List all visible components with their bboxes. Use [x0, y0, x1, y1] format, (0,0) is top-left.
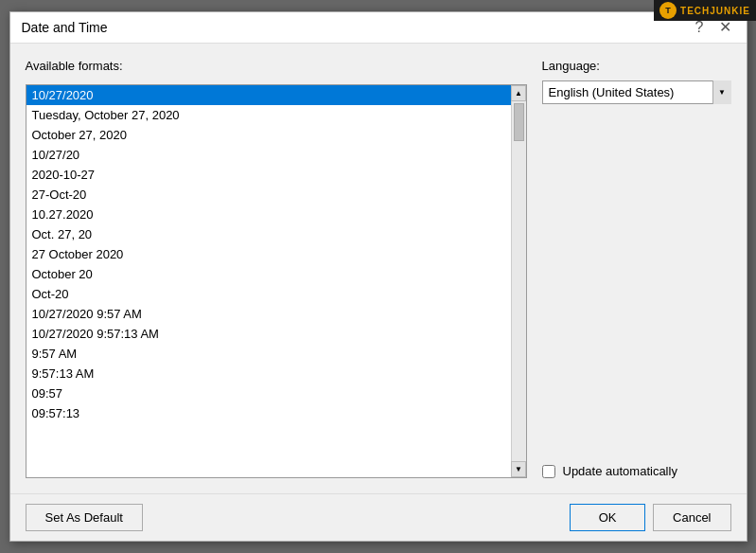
dialog-content: Available formats: 10/27/2020Tuesday, Oc… — [10, 44, 747, 493]
dialog-date-time: Date and Time ? ✕ Available formats: 10/… — [9, 11, 747, 542]
cancel-button[interactable]: Cancel — [653, 504, 730, 531]
footer-left: Set As Default — [26, 504, 563, 531]
update-auto-label[interactable]: Update automatically — [563, 464, 677, 478]
update-auto-container: Update automatically — [542, 464, 731, 478]
dialog-title: Date and Time — [22, 20, 108, 35]
format-list-item[interactable]: 10/27/2020 9:57 AM — [26, 304, 511, 324]
dialog-footer: Set As Default OK Cancel — [10, 493, 747, 541]
scrollbar-thumb[interactable] — [514, 103, 524, 141]
format-list-item[interactable]: 10/27/2020 — [26, 85, 511, 105]
format-list-item[interactable]: Tuesday, October 27, 2020 — [26, 105, 511, 125]
format-list-item[interactable]: 9:57 AM — [26, 344, 511, 364]
format-list-item[interactable]: 09:57 — [26, 384, 511, 403]
brand-name: TECHJUNKIE — [680, 6, 750, 16]
format-list-item[interactable]: 10/27/2020 9:57:13 AM — [26, 324, 511, 344]
topbar: T TECHJUNKIE — [654, 0, 756, 21]
brand-logo: T — [659, 2, 677, 19]
format-list-item[interactable]: 9:57:13 AM — [26, 364, 511, 384]
help-button[interactable]: ? — [692, 20, 708, 35]
format-list-item[interactable]: October 27, 2020 — [26, 125, 511, 145]
formats-list[interactable]: 10/27/2020Tuesday, October 27, 2020Octob… — [26, 85, 511, 477]
scrollbar[interactable]: ▲ ▼ — [511, 85, 526, 477]
set-as-default-button[interactable]: Set As Default — [26, 504, 143, 531]
formats-list-container: 10/27/2020Tuesday, October 27, 2020Octob… — [26, 84, 527, 478]
left-panel: Available formats: 10/27/2020Tuesday, Oc… — [26, 59, 527, 478]
language-select-wrapper[interactable]: English (United States)English (United K… — [542, 80, 731, 104]
available-formats-label: Available formats: — [26, 59, 527, 73]
format-list-item[interactable]: Oct-20 — [26, 284, 511, 304]
ok-button[interactable]: OK — [570, 504, 645, 531]
format-list-item[interactable]: 10.27.2020 — [26, 205, 511, 224]
right-panel: Language: English (United States)English… — [542, 59, 731, 478]
format-list-item[interactable]: 09:57:13 — [26, 403, 511, 423]
format-list-item[interactable]: Oct. 27, 20 — [26, 224, 511, 244]
format-list-item[interactable]: October 20 — [26, 264, 511, 284]
close-button[interactable]: ✕ — [715, 20, 735, 35]
scroll-up-arrow[interactable]: ▲ — [511, 85, 526, 101]
scroll-down-arrow[interactable]: ▼ — [511, 461, 526, 477]
language-label: Language: — [542, 59, 731, 73]
format-list-item[interactable]: 27-Oct-20 — [26, 185, 511, 205]
format-list-item[interactable]: 10/27/20 — [26, 145, 511, 165]
language-select[interactable]: English (United States)English (United K… — [542, 80, 731, 104]
format-list-item[interactable]: 27 October 2020 — [26, 244, 511, 264]
scrollbar-track[interactable] — [512, 101, 526, 461]
dialog-titlebar: Date and Time ? ✕ — [10, 12, 747, 44]
format-list-item[interactable]: 2020-10-27 — [26, 165, 511, 185]
update-auto-checkbox[interactable] — [542, 465, 555, 478]
titlebar-buttons: ? ✕ — [692, 20, 735, 35]
